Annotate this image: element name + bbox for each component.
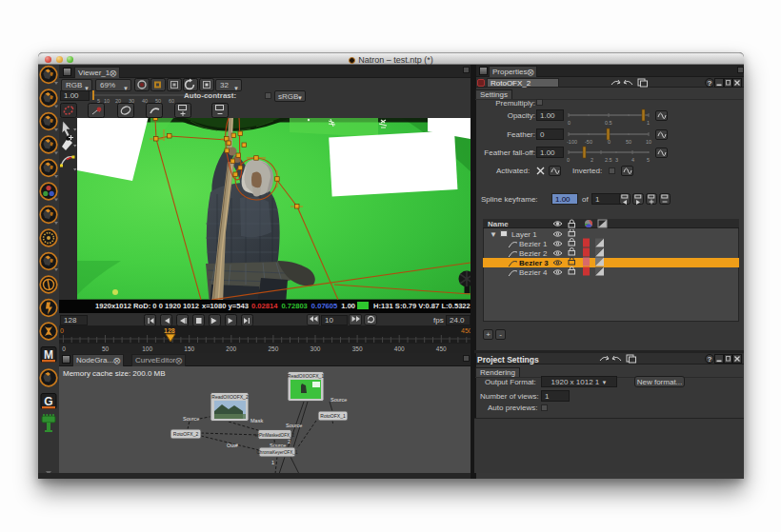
svg-text:Source: Source bbox=[330, 397, 347, 403]
svg-text:Source: Source bbox=[183, 416, 199, 422]
svg-text:4: 4 bbox=[631, 157, 634, 163]
svg-text:50: 50 bbox=[626, 139, 631, 145]
svg-text:450: 450 bbox=[461, 327, 471, 334]
svg-text:0: 0 bbox=[568, 120, 571, 126]
svg-text:RotoOFX_2: RotoOFX_2 bbox=[173, 431, 199, 437]
svg-text:0: 0 bbox=[608, 139, 611, 145]
svg-text:ReadOIIOOFX_1: ReadOIIOOFX_1 bbox=[288, 373, 325, 379]
svg-text:400: 400 bbox=[394, 345, 405, 352]
svg-text:3: 3 bbox=[615, 157, 618, 163]
svg-text:erPinMaskedOFX_2: erPinMaskedOFX_2 bbox=[255, 432, 295, 437]
svg-text:Out#: Out# bbox=[227, 443, 239, 448]
svg-text:100: 100 bbox=[142, 345, 152, 352]
svg-text:50: 50 bbox=[102, 345, 110, 352]
svg-text:Mask: Mask bbox=[250, 418, 263, 424]
svg-text:450: 450 bbox=[436, 345, 447, 352]
svg-text:ChromaKeyerOFX_1: ChromaKeyerOFX_1 bbox=[257, 450, 298, 455]
svg-text:Memory cache size: 200.0 MB: Memory cache size: 200.0 MB bbox=[63, 369, 166, 378]
svg-text:150: 150 bbox=[184, 345, 194, 352]
svg-text:2.5: 2.5 bbox=[605, 157, 612, 163]
svg-text:RotoOFX_1: RotoOFX_1 bbox=[320, 413, 346, 419]
svg-text:G: G bbox=[44, 395, 52, 408]
svg-text:128: 128 bbox=[164, 327, 175, 334]
svg-text:?: ? bbox=[708, 79, 712, 88]
svg-text:-100: -100 bbox=[567, 139, 577, 145]
svg-text:0: 0 bbox=[62, 345, 66, 352]
svg-text:0.5: 0.5 bbox=[605, 120, 612, 126]
svg-text:0: 0 bbox=[567, 157, 570, 163]
svg-text:-50: -50 bbox=[585, 139, 592, 145]
svg-text:ReadOIIOOFX_2: ReadOIIOOFX_2 bbox=[211, 394, 249, 400]
svg-text:Source: Source bbox=[286, 423, 302, 428]
svg-text:5: 5 bbox=[647, 157, 650, 163]
svg-text:0: 0 bbox=[60, 327, 64, 334]
svg-text:1: 1 bbox=[271, 460, 274, 465]
svg-text:200: 200 bbox=[226, 345, 236, 352]
svg-text:350: 350 bbox=[352, 345, 363, 352]
svg-text:1: 1 bbox=[647, 120, 650, 126]
svg-text:300: 300 bbox=[310, 345, 321, 352]
svg-text:10: 10 bbox=[646, 139, 651, 145]
svg-text:M: M bbox=[44, 348, 53, 362]
svg-text:2: 2 bbox=[591, 157, 593, 163]
svg-text:250: 250 bbox=[268, 345, 278, 352]
svg-text:?: ? bbox=[708, 355, 712, 364]
